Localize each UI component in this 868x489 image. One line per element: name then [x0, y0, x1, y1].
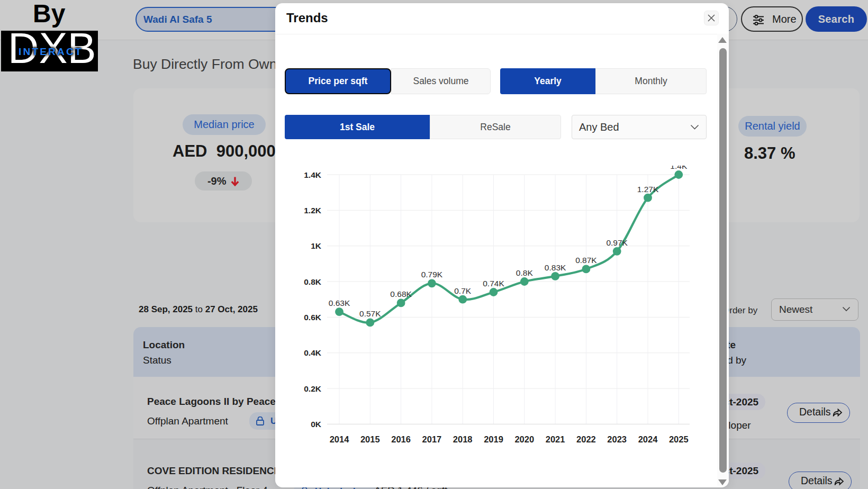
- svg-text:2017: 2017: [422, 434, 442, 444]
- svg-text:2023: 2023: [607, 434, 627, 444]
- svg-text:1K: 1K: [311, 241, 322, 250]
- svg-text:2015: 2015: [360, 434, 380, 444]
- svg-text:0.87K: 0.87K: [575, 256, 597, 265]
- svg-text:2025: 2025: [669, 434, 689, 444]
- svg-text:0.97K: 0.97K: [606, 238, 628, 247]
- svg-text:0.83K: 0.83K: [545, 263, 566, 272]
- svg-text:2014: 2014: [330, 434, 350, 444]
- svg-text:2022: 2022: [576, 434, 596, 444]
- svg-text:0.6K: 0.6K: [304, 313, 322, 322]
- svg-text:0.8K: 0.8K: [304, 277, 322, 286]
- svg-text:2016: 2016: [391, 434, 411, 444]
- svg-text:0.63K: 0.63K: [329, 298, 350, 307]
- svg-text:2019: 2019: [484, 434, 503, 444]
- svg-text:1.4K: 1.4K: [304, 170, 322, 179]
- svg-text:0.4K: 0.4K: [304, 348, 322, 357]
- svg-text:0K: 0K: [311, 420, 322, 429]
- svg-text:0.2K: 0.2K: [304, 384, 322, 393]
- svg-text:1.27K: 1.27K: [637, 185, 659, 194]
- svg-text:1.2K: 1.2K: [304, 206, 322, 215]
- svg-text:0.57K: 0.57K: [359, 309, 381, 318]
- svg-text:2018: 2018: [453, 434, 473, 444]
- svg-text:0.8K: 0.8K: [516, 268, 534, 277]
- svg-text:2024: 2024: [638, 434, 658, 444]
- svg-text:2021: 2021: [546, 434, 565, 444]
- svg-text:2020: 2020: [514, 434, 534, 444]
- svg-text:0.68K: 0.68K: [390, 289, 412, 298]
- svg-text:0.7K: 0.7K: [454, 286, 472, 295]
- svg-text:0.79K: 0.79K: [421, 270, 443, 279]
- svg-text:0.74K: 0.74K: [483, 279, 504, 288]
